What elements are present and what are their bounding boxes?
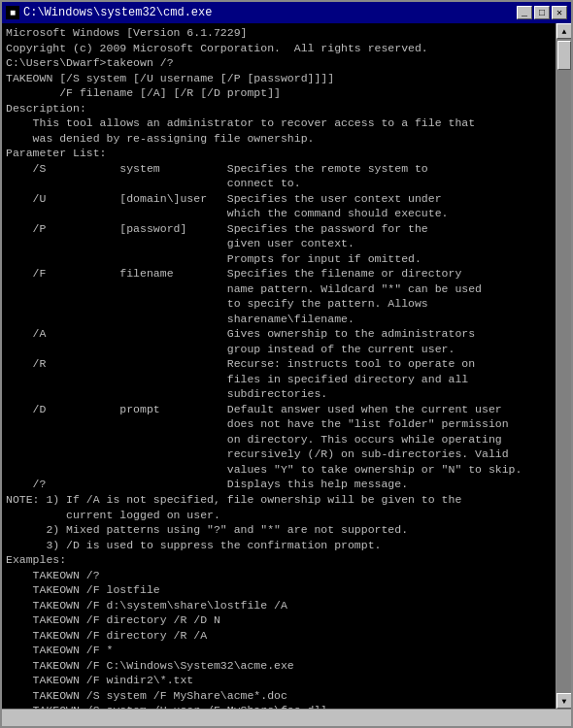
- terminal-line: TAKEOWN /F directory /R /D N: [6, 612, 552, 628]
- terminal-line: TAKEOWN /?: [6, 568, 552, 583]
- terminal-line: Microsoft Windows [Version 6.1.7229]: [6, 25, 552, 41]
- cmd-window: ■ C:\Windows\system32\cmd.exe _ □ ✕ Micr…: [0, 0, 573, 728]
- title-bar-left: ■ C:\Windows\system32\cmd.exe: [6, 6, 212, 19]
- cmd-icon: ■: [6, 6, 19, 19]
- minimize-button[interactable]: _: [517, 6, 532, 19]
- terminal-line: /A Gives ownership to the administrators: [6, 326, 552, 342]
- terminal-line: /S system Specifies the remote system to: [6, 161, 552, 177]
- terminal-line: files in specified directory and all: [6, 372, 552, 387]
- bottom-bar: [2, 709, 571, 726]
- terminal-line: TAKEOWN /S system /F MyShare\acme*.doc: [6, 688, 552, 704]
- terminal-line: TAKEOWN [/S system [/U username [/P [pas…: [6, 71, 552, 86]
- terminal-line: /D prompt Default answer used when the c…: [6, 402, 552, 417]
- terminal-line: Parameter List:: [6, 146, 552, 161]
- terminal-line: connect to.: [6, 176, 552, 191]
- terminal-line: NOTE: 1) If /A is not specified, file ow…: [6, 492, 552, 508]
- terminal-line: /F filename [/A] [/R [/D prompt]]: [6, 85, 552, 101]
- window-title: C:\Windows\system32\cmd.exe: [23, 6, 212, 19]
- terminal-line: does not have the "list folder" permissi…: [6, 416, 552, 432]
- terminal-line: /? Displays this help message.: [6, 477, 552, 492]
- scroll-thumb[interactable]: [557, 41, 571, 70]
- terminal-line: TAKEOWN /F directory /R /A: [6, 628, 552, 644]
- terminal-line: name pattern. Wildcard "*" can be used: [6, 281, 552, 297]
- terminal-line: /R Recurse: instructs tool to operate on: [6, 356, 552, 372]
- terminal-line: to specify the pattern. Allows: [6, 296, 552, 312]
- terminal-line: 2) Mixed patterns using "?" and "*" are …: [6, 522, 552, 538]
- terminal-line: sharename\filename.: [6, 312, 552, 327]
- terminal-line: current logged on user.: [6, 508, 552, 523]
- title-bar: ■ C:\Windows\system32\cmd.exe _ □ ✕: [2, 2, 571, 23]
- terminal-line: Description:: [6, 101, 552, 116]
- terminal-line: 3) /D is used to suppress the confirmati…: [6, 538, 552, 553]
- terminal-line: on directory. This occurs while operatin…: [6, 432, 552, 447]
- terminal-line: recursively (/R) on sub-directories. Val…: [6, 447, 552, 462]
- terminal-line: was denied by re-assigning file ownershi…: [6, 131, 552, 147]
- scroll-down-button[interactable]: ▼: [556, 693, 571, 709]
- close-button[interactable]: ✕: [552, 6, 567, 19]
- scroll-up-button[interactable]: ▲: [556, 23, 571, 39]
- terminal-line: values "Y" to take ownership or "N" to s…: [6, 462, 552, 478]
- terminal-line: Copyright (c) 2009 Microsoft Corporation…: [6, 41, 552, 56]
- maximize-button[interactable]: □: [534, 6, 550, 19]
- terminal-line: /U [domain\]user Specifies the user cont…: [6, 191, 552, 207]
- terminal-line: /F filename Specifies the filename or di…: [6, 266, 552, 281]
- terminal-content[interactable]: Microsoft Windows [Version 6.1.7229]Copy…: [2, 23, 556, 709]
- title-buttons: _ □ ✕: [517, 6, 567, 19]
- terminal-line: given user context.: [6, 236, 552, 251]
- terminal-line: This tool allows an administrator to rec…: [6, 116, 552, 131]
- scroll-track: [556, 39, 571, 693]
- terminal-line: subdirectories.: [6, 386, 552, 402]
- terminal-line: Examples:: [6, 552, 552, 568]
- terminal-line: C:\Users\Dwarf>takeown /?: [6, 55, 552, 71]
- terminal-line: TAKEOWN /F *: [6, 643, 552, 658]
- terminal-line: which the command should execute.: [6, 206, 552, 221]
- terminal-line: TAKEOWN /F d:\system\share\lostfile /A: [6, 598, 552, 613]
- terminal-line: group instead of the current user.: [6, 342, 552, 357]
- terminal-line: TAKEOWN /F windir2\*.txt: [6, 673, 552, 688]
- terminal-line: /P [password] Specifies the password for…: [6, 221, 552, 237]
- scrollbar[interactable]: ▲ ▼: [556, 23, 571, 709]
- terminal-line: TAKEOWN /F C:\Windows\System32\acme.exe: [6, 658, 552, 674]
- terminal-line: TAKEOWN /F lostfile: [6, 582, 552, 598]
- terminal-line: Prompts for input if omitted.: [6, 251, 552, 267]
- content-area: Microsoft Windows [Version 6.1.7229]Copy…: [2, 23, 571, 709]
